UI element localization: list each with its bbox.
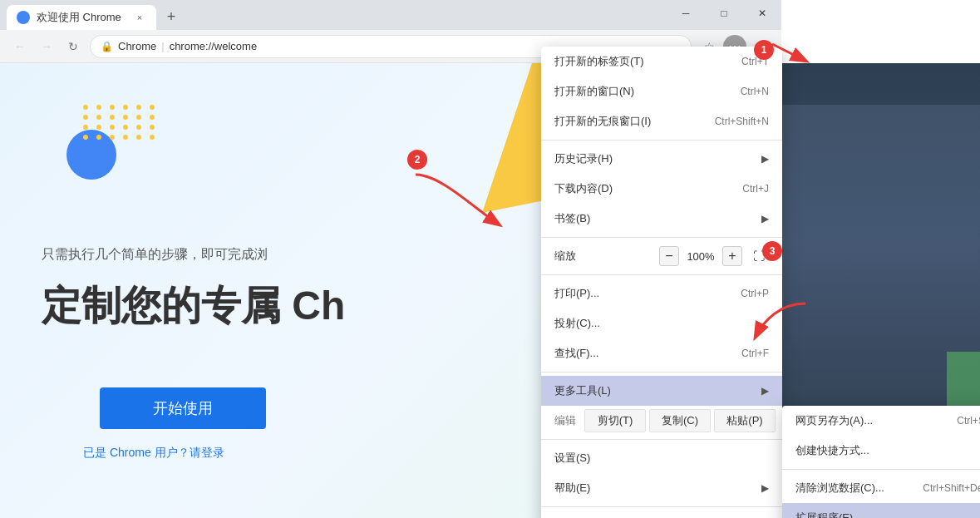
title-bar: 欢迎使用 Chrome × + ─ □ ✕ <box>0 0 781 30</box>
new-tab-btn[interactable]: + <box>160 5 183 28</box>
menu-help[interactable]: 帮助(E) ▶ <box>541 473 782 503</box>
menu-more-tools-label: 更多工具(L) <box>554 383 758 398</box>
menu-exit[interactable]: 退出(X) <box>541 511 782 518</box>
zoom-out-btn[interactable]: − <box>659 246 679 266</box>
browser-tab[interactable]: 欢迎使用 Chrome × <box>7 5 156 30</box>
maximize-btn[interactable]: □ <box>705 0 743 27</box>
menu-zoom-row: 缩放 − 100% + ⛶ <box>541 241 782 271</box>
tab-close-btn[interactable]: × <box>133 11 146 24</box>
url-prefix: Chrome <box>118 40 156 52</box>
zoom-value: 100% <box>686 250 716 263</box>
start-button[interactable]: 开始使用 <box>100 387 266 429</box>
menu-find-shortcut: Ctrl+F <box>741 348 769 359</box>
refresh-btn[interactable]: ↻ <box>63 37 83 57</box>
menu-new-tab[interactable]: 打开新的标签页(T) Ctrl+T <box>541 47 782 76</box>
menu-settings-label: 设置(S) <box>554 451 769 466</box>
submenu-create-shortcut[interactable]: 创建快捷方式... <box>782 436 980 466</box>
menu-edit-row: 编辑 剪切(T) 复制(C) 粘贴(P) <box>541 406 782 436</box>
menu-downloads-label: 下载内容(D) <box>554 181 742 196</box>
menu-incognito-shortcut: Ctrl+Shift+N <box>715 116 769 127</box>
zoom-controls: − 100% + <box>659 246 742 266</box>
menu-cast[interactable]: 投射(C)... <box>541 308 782 338</box>
menu-help-arrow: ▶ <box>761 482 769 494</box>
page-subtitle: 只需执行几个简单的步骤，即可完成浏 <box>42 246 268 264</box>
menu-find-label: 查找(F)... <box>554 346 741 361</box>
submenu-create-shortcut-label: 创建快捷方式... <box>795 443 980 458</box>
forward-btn[interactable]: → <box>37 37 57 57</box>
menu-divider-6 <box>541 506 782 507</box>
menu-history-label: 历史记录(H) <box>554 151 758 166</box>
menu-history-arrow: ▶ <box>761 153 769 165</box>
tab-favicon <box>17 11 30 24</box>
minimize-btn[interactable]: ─ <box>667 0 705 27</box>
tab-title: 欢迎使用 Chrome <box>37 10 121 25</box>
zoom-in-btn[interactable]: + <box>722 246 742 266</box>
copy-btn[interactable]: 复制(C) <box>649 409 711 432</box>
submenu-save-page-label: 网页另存为(A)... <box>795 413 957 428</box>
more-tools-submenu: 网页另存为(A)... Ctrl+S 创建快捷方式... 清除浏览数据(C)..… <box>782 406 980 518</box>
menu-divider-2 <box>541 237 782 238</box>
menu-more-tools-arrow: ▶ <box>761 385 769 397</box>
menu-history[interactable]: 历史记录(H) ▶ <box>541 144 782 174</box>
submenu-save-page[interactable]: 网页另存为(A)... Ctrl+S <box>782 406 980 436</box>
arrow-2 <box>407 166 507 233</box>
zoom-label: 缩放 <box>554 249 659 264</box>
lock-icon: 🔒 <box>101 41 113 52</box>
menu-print-shortcut: Ctrl+P <box>741 288 769 299</box>
menu-divider-5 <box>541 439 782 440</box>
close-btn[interactable]: ✕ <box>743 0 781 27</box>
submenu-clear-data-label: 清除浏览数据(C)... <box>795 481 923 496</box>
url-text: chrome://welcome <box>170 40 257 52</box>
menu-find[interactable]: 查找(F)... Ctrl+F <box>541 338 782 368</box>
dot-pattern-decoration <box>83 105 158 140</box>
menu-incognito[interactable]: 打开新的无痕窗口(I) Ctrl+Shift+N <box>541 106 782 136</box>
edit-label: 编辑 <box>548 413 583 428</box>
arrow-3 <box>747 299 814 341</box>
submenu-extensions-label: 扩展程序(E) <box>795 511 980 518</box>
page-title: 定制您的专属 Ch <box>42 279 345 333</box>
submenu-clear-data-shortcut: Ctrl+Shift+Del <box>923 482 980 494</box>
main-dropdown-menu: 打开新的标签页(T) Ctrl+T 打开新的窗口(N) Ctrl+N 打开新的无… <box>541 47 782 518</box>
window-controls: ─ □ ✕ <box>667 0 781 27</box>
menu-new-window-label: 打开新的窗口(N) <box>554 84 741 99</box>
arrow-1 <box>764 40 814 73</box>
paste-btn[interactable]: 粘贴(P) <box>714 409 776 432</box>
menu-divider-4 <box>541 372 782 372</box>
submenu-save-page-shortcut: Ctrl+S <box>957 415 980 427</box>
submenu-divider-1 <box>782 469 980 470</box>
menu-bookmarks-arrow: ▶ <box>761 213 769 224</box>
menu-incognito-label: 打开新的无痕窗口(I) <box>554 114 715 129</box>
menu-help-label: 帮助(E) <box>554 481 758 496</box>
menu-print[interactable]: 打印(P)... Ctrl+P <box>541 279 782 308</box>
menu-print-label: 打印(P)... <box>554 286 741 301</box>
menu-downloads[interactable]: 下载内容(D) Ctrl+J <box>541 174 782 204</box>
url-separator: | <box>161 40 164 52</box>
submenu-extensions[interactable]: 扩展程序(E) <box>782 503 980 518</box>
menu-new-window[interactable]: 打开新的窗口(N) Ctrl+N <box>541 76 782 106</box>
menu-more-tools[interactable]: 更多工具(L) ▶ 网页另存为(A)... Ctrl+S 创建快捷方式... 清… <box>541 376 782 406</box>
back-btn[interactable]: ← <box>10 37 30 57</box>
menu-settings[interactable]: 设置(S) <box>541 443 782 473</box>
login-link[interactable]: 已是 Chrome 用户？请登录 <box>83 446 224 461</box>
step-badge-3: 3 <box>762 241 782 261</box>
menu-cast-label: 投射(C)... <box>554 316 769 331</box>
menu-divider-3 <box>541 274 782 275</box>
menu-new-window-shortcut: Ctrl+N <box>741 86 769 97</box>
menu-new-tab-label: 打开新的标签页(T) <box>554 54 741 69</box>
menu-divider-1 <box>541 140 782 141</box>
menu-bookmarks[interactable]: 书签(B) ▶ <box>541 204 782 234</box>
cut-btn[interactable]: 剪切(T) <box>584 409 646 432</box>
menu-bookmarks-label: 书签(B) <box>554 211 758 226</box>
submenu-clear-data[interactable]: 清除浏览数据(C)... Ctrl+Shift+Del <box>782 473 980 503</box>
menu-downloads-shortcut: Ctrl+J <box>742 183 769 195</box>
